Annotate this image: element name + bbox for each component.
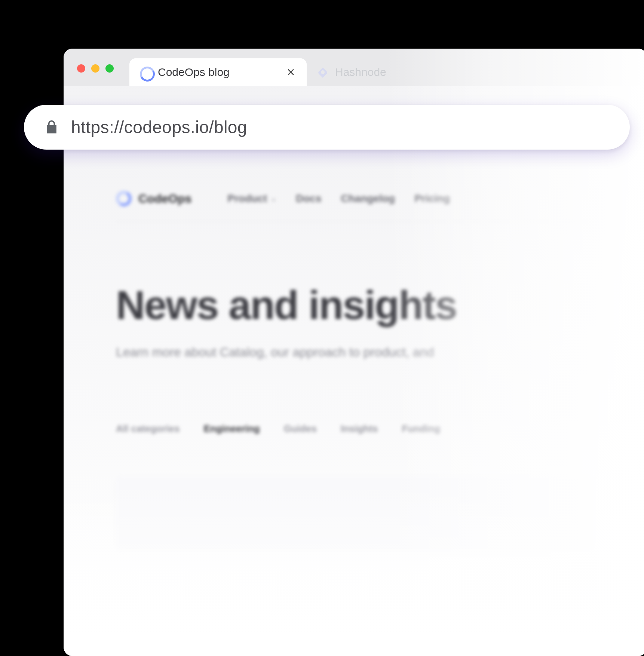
nav-link-docs[interactable]: Docs [296,193,321,205]
hero-section: News and insights Learn more about Catal… [116,222,595,359]
address-bar[interactable]: https://codeops.io/blog [24,105,630,150]
brand-logo-icon [116,191,132,206]
chevron-down-icon: ⌄ [271,194,276,203]
nav-links: Product ⌄ Docs Changelog Pricing [227,193,450,205]
tab-title: Hashnode [335,66,408,79]
nav-link-label: Product [227,193,267,205]
tab-bar: CodeOps blog ✕ Hashnode [64,49,644,86]
tab-close-button[interactable]: ✕ [285,66,296,79]
filter-tab-all[interactable]: All categories [116,423,180,435]
codeops-favicon-icon [140,67,151,78]
hashnode-favicon-icon [317,67,328,78]
browser-tab-inactive[interactable]: Hashnode [307,58,419,86]
window-minimize-button[interactable] [91,64,99,73]
window-close-button[interactable] [77,64,85,73]
nav-link-label: Changelog [341,193,395,205]
url-text: https://codeops.io/blog [71,117,247,137]
window-maximize-button[interactable] [105,64,114,73]
filter-tab-guides[interactable]: Guides [284,423,317,435]
filter-tabs: All categories Engineering Guides Insigh… [116,423,595,435]
tab-title: CodeOps blog [158,66,278,79]
nav-link-label: Pricing [414,193,450,205]
filter-tab-engineering[interactable]: Engineering [204,423,260,435]
hero-subtitle: Learn more about Catalog, our approach t… [116,345,595,359]
brand-name: CodeOps [138,192,191,206]
traffic-lights [75,64,129,86]
site-navigation: CodeOps Product ⌄ Docs Changelog Pricing [116,191,595,222]
nav-link-label: Docs [296,193,321,205]
content-card[interactable] [116,476,595,551]
nav-link-pricing[interactable]: Pricing [414,193,450,205]
nav-link-product[interactable]: Product ⌄ [227,193,276,205]
page-content: CodeOps Product ⌄ Docs Changelog Pricing [64,116,644,551]
nav-link-changelog[interactable]: Changelog [341,193,395,205]
tabs-container: CodeOps blog ✕ Hashnode [129,49,636,86]
lock-icon [43,119,60,135]
hero-title: News and insights [116,282,595,328]
browser-tab-active[interactable]: CodeOps blog ✕ [129,58,307,86]
brand[interactable]: CodeOps [116,191,191,206]
filter-tab-funding[interactable]: Funding [402,423,441,435]
filter-tab-insights[interactable]: Insights [341,423,378,435]
